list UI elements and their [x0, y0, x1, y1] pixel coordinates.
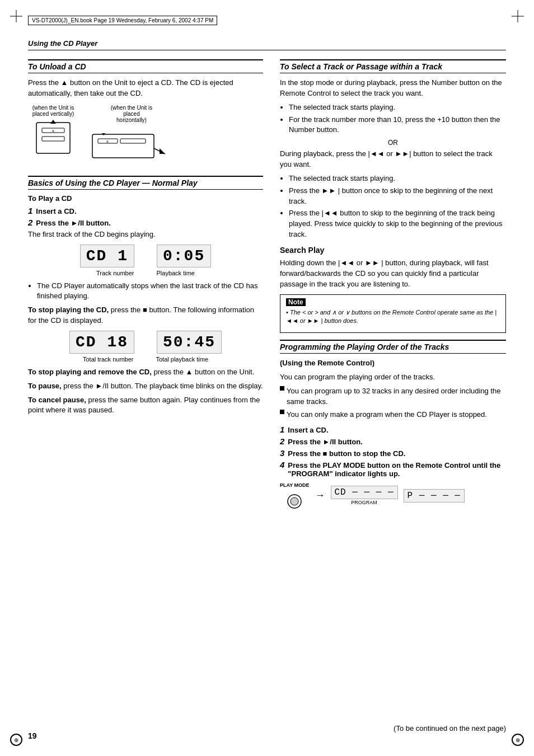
stop-remove-desc: press the ▲ button on the Unit. — [153, 368, 254, 376]
svg-rect-0 — [36, 123, 70, 153]
stop-remove-label: To stop playing and remove the CD, — [28, 368, 152, 376]
display-row-1: CD 1 0:05 — [80, 245, 211, 267]
file-info: VS-DT2000(J)_EN.book Page 19 Wednesday, … — [28, 16, 217, 25]
prog-step1-number: 1 — [280, 425, 284, 434]
display-labels-1: Track number Playback time — [96, 270, 195, 276]
programming-intro: You can program the playing order of the… — [280, 372, 506, 383]
corner-mark-tl — [10, 10, 22, 22]
basics-subtitle: To Play a CD — [28, 194, 263, 203]
program-p-display: P ─ ─ ─ ─ — [404, 489, 465, 503]
step1-number: 1 — [28, 206, 32, 215]
display-label-time: Playback time — [156, 270, 194, 276]
prog-step4-number: 4 — [280, 460, 284, 469]
note-title: Note — [286, 298, 306, 306]
prog-bullet-2-text: You can only make a program when the CD … — [287, 410, 487, 420]
display-total-track-label: Total track number — [83, 356, 133, 363]
corner-mark-tr — [512, 10, 524, 22]
prog-step2-number: 2 — [280, 436, 284, 446]
display-track-1: CD 1 — [80, 245, 134, 267]
square-bullet-icon-2 — [280, 410, 284, 414]
step2-number: 2 — [28, 218, 32, 227]
display-area-2: CD 18 50:45 Total track number Total pla… — [28, 331, 263, 363]
basics-title: Basics of Using the CD Player — Normal P… — [28, 176, 263, 190]
right-column: To Select a Track or Passage within a Tr… — [280, 59, 506, 514]
prog-step2-label: Press the ►/II button. — [288, 438, 363, 446]
square-bullet-icon-1 — [280, 386, 284, 391]
display-time-value: 0:05 — [157, 245, 211, 267]
note-box: Note • The < or > and ∧ or ∨ buttons on … — [280, 294, 506, 334]
step1-row: 1 Insert a CD. — [28, 206, 263, 215]
select-track-bullets-2: The selected track starts playing. Press… — [289, 173, 506, 240]
svg-text:s: s — [106, 139, 109, 143]
cancel-pause-text: To cancel pause, press the same button a… — [28, 395, 263, 416]
display-total-track: CD 18 — [69, 331, 134, 354]
prog-step3-number: 3 — [280, 448, 284, 458]
select-bullet-2: For the track number more than 10, press… — [289, 115, 506, 136]
corner-mark-bl: ⊕ — [10, 734, 22, 746]
display-time-2: 50:45 — [157, 331, 222, 354]
select-bullet-1: The selected track starts playing. — [289, 102, 506, 113]
pause-desc: press the ►/II button. The playback time… — [63, 382, 263, 390]
prog-step4-label: Press the PLAY MODE button on the Remote… — [288, 461, 506, 478]
programming-subtitle: (Using the Remote Control) — [280, 358, 506, 369]
continued-text: (To be continued on the next page) — [394, 724, 506, 732]
pause-text: To pause, press the ►/II button. The pla… — [28, 381, 263, 392]
page-number: 19 — [28, 731, 37, 740]
prog-step2-row: 2 Press the ►/II button. — [280, 436, 506, 446]
display-area-1: CD 1 0:05 Track number Playback time — [28, 245, 263, 276]
svg-marker-4 — [50, 120, 56, 124]
program-cd-display: CD ─ ─ ─ ─ — [331, 486, 398, 499]
basics-section: Basics of Using the CD Player — Normal P… — [28, 176, 263, 416]
svg-rect-5 — [92, 134, 154, 158]
prog-step1-label: Insert a CD. — [288, 426, 328, 434]
display-label-track: Track number — [96, 270, 134, 276]
page-header: Using the CD Player — [28, 39, 506, 50]
play-mode-button-area: PLAY MODE — [280, 482, 310, 509]
corner-mark-br: ⊕ — [512, 734, 524, 746]
svg-text:s: s — [52, 129, 54, 133]
stop-text: To stop playing the CD, press the ■ butt… — [28, 305, 263, 326]
display-total-time-label: Total playback time — [156, 356, 208, 363]
or-line: OR — [280, 139, 506, 147]
p-value: P ─ ─ ─ ─ — [404, 489, 465, 503]
diagram-label-vertical: (when the Unit is placed vertically) — [31, 105, 76, 117]
cd-unit-vertical-svg: s — [28, 117, 78, 162]
diagram-label-horizontal: (when the Unit is placed horizontally) — [109, 105, 154, 123]
select-track-title: To Select a Track or Passage within a Tr… — [280, 59, 506, 73]
search-play-body: Holding down the |◄◄ or ►► | button, dur… — [280, 258, 506, 290]
select-track-section: To Select a Track or Passage within a Tr… — [280, 59, 506, 240]
cd-diagram: (when the Unit is placed vertically) s — [28, 105, 263, 168]
arrow-icon: → — [315, 490, 325, 501]
program-label: PROGRAM — [351, 500, 377, 505]
display-track-2: CD 18 — [69, 331, 134, 354]
program-display-area: CD ─ ─ ─ ─ PROGRAM — [331, 486, 398, 505]
prog-square-bullet-2: You can only make a program when the CD … — [280, 410, 506, 420]
left-column: To Unload a CD Press the ▲ button on the… — [28, 59, 263, 514]
step2-label: Press the ►/II button. — [36, 219, 111, 227]
note-body: • The < or > and ∧ or ∨ buttons on the R… — [286, 308, 500, 326]
programming-title: Programming the Playing Order of the Tra… — [280, 340, 506, 354]
or-desc: During playback, press the |◄◄ or ►►| bu… — [280, 149, 506, 170]
display-row-2: CD 18 50:45 — [69, 331, 222, 354]
page: ⊕ ⊕ VS-DT2000(J)_EN.book Page 19 Wednesd… — [0, 0, 534, 756]
select-bullet2-1: The selected track starts playing. — [289, 173, 506, 184]
select-track-bullets: The selected track starts playing. For t… — [289, 102, 506, 136]
display-time-1: 0:05 — [157, 245, 211, 267]
cd-unit-horizontal-svg: s — [87, 123, 176, 168]
unload-cd-section: To Unload a CD Press the ▲ button on the… — [28, 59, 263, 168]
select-track-intro: In the stop mode or during playback, pre… — [280, 78, 506, 99]
select-bullet2-2: Press the ►► | button once to skip to th… — [289, 186, 506, 207]
search-play-title: Search Play — [280, 246, 506, 255]
display-labels-2: Total track number Total playback time — [83, 356, 208, 363]
select-bullet2-3: Press the |◄◄ button to skip to the begi… — [289, 208, 506, 240]
display-total-time: 50:45 — [157, 331, 222, 354]
step2-desc: The first track of the CD begins playing… — [28, 229, 263, 240]
svg-point-13 — [291, 497, 298, 505]
prog-square-bullet-1: You can program up to 32 tracks in any d… — [280, 386, 506, 407]
prog-step3-label: Press the ■ button to stop the CD. — [288, 449, 405, 458]
play-mode-button-icon — [284, 489, 305, 509]
unload-cd-title: To Unload a CD — [28, 59, 263, 73]
play-mode-diagram: PLAY MODE → CD ─ ─ ─ ─ PROGRAM — [280, 482, 506, 509]
prog-bullet-1-text: You can program up to 32 tracks in any d… — [287, 386, 506, 407]
basics-bullet-1: The CD Player automatically stops when t… — [37, 281, 263, 302]
